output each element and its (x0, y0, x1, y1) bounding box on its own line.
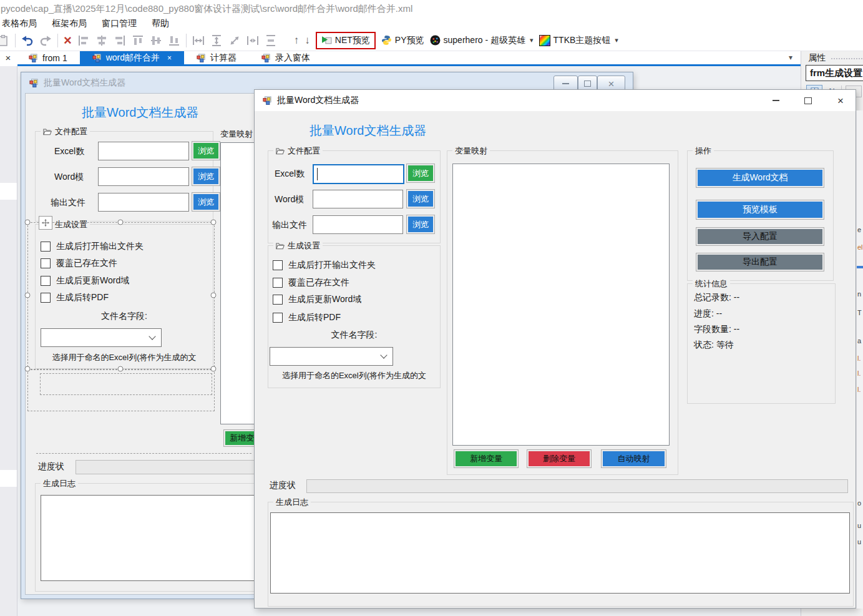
space-vertical-icon[interactable] (265, 34, 277, 47)
resize-handle[interactable] (118, 220, 124, 225)
variable-mapping-list[interactable] (452, 164, 670, 446)
checkbox-icon (273, 278, 283, 288)
send-down-icon[interactable]: ↓ (305, 35, 310, 46)
selection-outline-inner[interactable] (40, 373, 212, 395)
py-preview-button[interactable]: PY预览 (381, 35, 424, 46)
output-browse-button[interactable]: 浏览 (192, 192, 220, 212)
overwrite-existing-checkbox[interactable]: 覆盖已存在文件 (273, 277, 349, 288)
add-variable-button[interactable]: 新增变量 (454, 449, 519, 468)
paste-icon[interactable] (0, 34, 9, 47)
add-variable-button[interactable]: 新增变量 (223, 429, 257, 447)
generate-word-label: 生成Word文档 (698, 170, 822, 186)
excel-browse-button[interactable]: 浏览 (406, 164, 435, 183)
word-template-input[interactable] (98, 167, 189, 186)
align-top-icon[interactable] (132, 34, 144, 47)
text-caret (317, 168, 318, 180)
menu-bar: 表格布局 框架布局 窗口管理 帮助 (0, 17, 863, 30)
generation-settings-group: 生成设置 生成后打开输出文件夹 覆盖已存在文件 生成后更新Word域 生成后转P… (268, 245, 441, 388)
preview-maximize-button[interactable] (799, 94, 817, 107)
log-textarea[interactable] (270, 512, 850, 594)
delete-icon[interactable]: × (64, 34, 72, 47)
redo-icon[interactable] (39, 34, 52, 47)
selection-outline[interactable] (27, 222, 215, 370)
tab-calculator[interactable]: 计算器 (184, 51, 249, 64)
ttkb-theme-button[interactable]: TTKB主题按钮 ▾ (539, 35, 618, 46)
delete-variable-button[interactable]: 删除变量 (527, 449, 592, 468)
resize-handle[interactable] (25, 366, 31, 372)
menu-frame-layout[interactable]: 框架布局 (52, 18, 87, 29)
minimize-icon (773, 100, 779, 101)
group-title-text: 操作 (695, 145, 711, 157)
menu-window-manage[interactable]: 窗口管理 (102, 18, 137, 29)
file-config-group: 文件配置 Excel数 浏览 Word模 浏览 输出文件 浏览 (268, 150, 441, 243)
filename-hint-text: 选择用于命名的Excel列(将作为生成的文 (268, 370, 440, 381)
property-grid-sliver: e el n T a l. l. l. o u u (856, 110, 863, 609)
align-bottom-icon[interactable] (168, 34, 180, 47)
export-config-button[interactable]: 导出配置 (696, 253, 824, 271)
move-handle[interactable] (39, 216, 52, 230)
minimize-icon (562, 83, 569, 84)
menu-table-layout[interactable]: 表格布局 (2, 18, 37, 29)
stats-group-title: 统计信息 (693, 278, 730, 290)
filename-field-combobox[interactable] (270, 347, 393, 366)
same-width-icon[interactable] (192, 34, 205, 47)
tab-label: 录入窗体 (275, 52, 310, 64)
resize-handle[interactable] (211, 220, 217, 225)
undo-icon[interactable] (21, 34, 34, 47)
panel-close-icon[interactable]: × (0, 52, 16, 63)
menu-help[interactable]: 帮助 (152, 18, 169, 29)
preview-template-button[interactable]: 预览模板 (696, 200, 824, 220)
same-size-icon[interactable] (228, 34, 241, 47)
theme-dropdown[interactable]: superhero - 超级英雄 ▾ (430, 35, 534, 46)
generate-word-button[interactable]: 生成Word文档 (696, 168, 824, 188)
variable-mapping-title: 变量映射 (220, 129, 253, 140)
bring-up-icon[interactable]: ↑ (294, 35, 300, 46)
output-folder-input[interactable] (98, 193, 189, 212)
preview-window-titlebar[interactable]: 批量Word文档生成器 (255, 90, 856, 111)
left-panel-item[interactable] (0, 470, 17, 487)
resize-handle[interactable] (25, 293, 31, 298)
preview-minimize-button[interactable] (766, 94, 785, 107)
open-output-folder-checkbox[interactable]: 生成后打开输出文件夹 (273, 260, 376, 271)
word-template-input[interactable] (313, 190, 403, 208)
output-browse-button[interactable]: 浏览 (406, 215, 435, 234)
form-icon (29, 54, 37, 62)
tab-overflow-icon[interactable]: ▾ (789, 53, 792, 62)
tab-from1[interactable]: from 1 (16, 51, 80, 64)
left-collapsed-panel[interactable] (0, 66, 17, 616)
output-folder-input[interactable] (313, 215, 403, 234)
auto-map-button[interactable]: 自动映射 (601, 449, 666, 468)
align-middle-icon[interactable] (150, 34, 162, 47)
net-preview-button[interactable]: NET预览 (316, 32, 376, 49)
output-folder-label: 输出文件 (51, 197, 85, 208)
tab-entry-form[interactable]: 录入窗体 (249, 51, 323, 64)
left-panel-item[interactable] (0, 183, 17, 200)
excel-file-input[interactable] (313, 164, 404, 184)
tab-close-icon[interactable]: × (167, 54, 172, 62)
excel-browse-button[interactable]: 浏览 (192, 141, 220, 160)
import-config-button[interactable]: 导入配置 (696, 227, 824, 246)
resize-handle[interactable] (25, 220, 31, 225)
property-fragment: o (857, 499, 861, 507)
update-word-fields-checkbox[interactable]: 生成后更新Word域 (273, 294, 361, 305)
align-left-icon[interactable] (77, 34, 90, 47)
browse-button-label: 浏览 (408, 165, 433, 181)
tab-word-mailmerge[interactable]: word邮件合并 × (80, 51, 184, 64)
checkbox-label: 覆盖已存在文件 (288, 277, 349, 288)
superhero-theme-icon (430, 35, 441, 46)
same-height-icon[interactable] (210, 34, 223, 47)
word-browse-button[interactable]: 浏览 (406, 189, 435, 208)
resize-handle[interactable] (211, 293, 217, 298)
convert-pdf-checkbox[interactable]: 生成后转PDF (273, 312, 341, 323)
word-browse-button[interactable]: 浏览 (192, 167, 220, 186)
resize-handle[interactable] (118, 366, 124, 372)
excel-file-input[interactable] (98, 142, 189, 160)
align-center-icon[interactable] (95, 34, 108, 47)
preview-form-window[interactable]: 批量Word文档生成器 × 批量Word文档生成器 文件配置 Excel数 浏览… (254, 89, 856, 609)
preview-close-button[interactable]: × (831, 94, 850, 107)
space-horizontal-icon[interactable] (246, 34, 259, 47)
property-fragment: l. (857, 354, 861, 362)
align-right-icon[interactable] (114, 34, 126, 47)
selected-object-box[interactable]: frm生成设置 (806, 65, 863, 81)
resize-handle[interactable] (211, 366, 217, 372)
